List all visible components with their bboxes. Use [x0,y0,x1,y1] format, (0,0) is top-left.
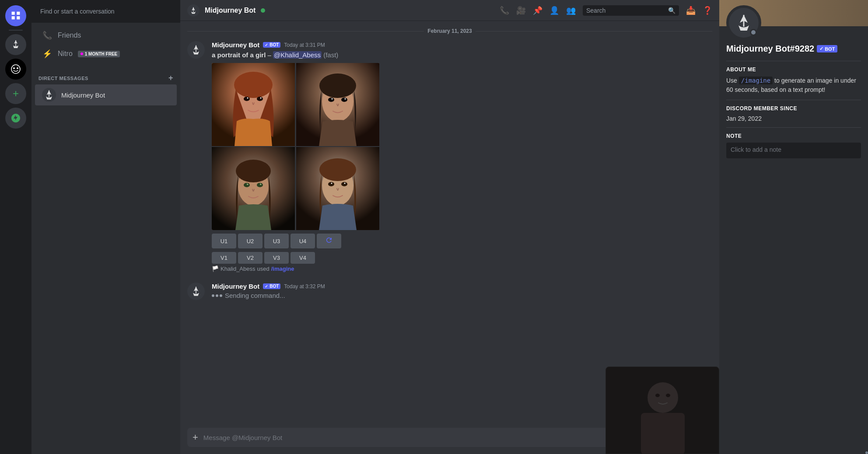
svg-point-19 [328,98,334,102]
search-placeholder: Search [586,7,665,14]
server-icon-ai[interactable] [5,59,26,80]
server-sidebar: + [0,0,32,454]
message-timestamp-1: Today at 3:31 PM [284,42,325,48]
sidebar-item-nitro[interactable]: ⚡ Nitro 1 MONTH FREE [35,45,177,63]
svg-point-26 [244,183,250,187]
command-user-name: Khalid_Abess [220,265,256,272]
svg-point-4 [13,67,15,69]
pin-icon[interactable]: 📌 [533,6,542,15]
members-icon[interactable]: 👥 [566,6,576,15]
dm-sidebar: 📞 Friends ⚡ Nitro 1 MONTH FREE DIRECT ME… [32,0,180,454]
bot-badge-1: ✓ BOT [263,42,280,48]
bot-avatar-1 [187,41,205,59]
nitro-label: Nitro [58,50,73,58]
svg-point-20 [341,98,347,102]
sending-message: Sending command... [212,292,712,299]
note-placeholder: Click to add a note [731,146,781,153]
v2-button[interactable]: V2 [238,252,262,264]
action-buttons-v: V1 V2 V3 V4 [212,252,712,264]
message-content-1: Midjourney Bot ✓ BOT Today at 3:31 PM a … [212,41,712,264]
portrait-image-4 [296,147,379,230]
date-text: February 11, 2023 [427,28,472,34]
bot-avatar-2 [187,283,205,300]
profile-status-dot [750,29,757,36]
channel-header: Midjourney Bot 📞 🎥 📌 👤 👥 Search 🔍 📥 ❓ [180,0,719,21]
date-line-right [476,31,712,31]
command-user-icon: 🏳️ [212,265,219,272]
channel-status-dot [261,8,265,13]
u3-button[interactable]: U3 [264,234,289,248]
svg-rect-46 [606,367,719,454]
about-me-text: Use /imagine to generate an image in und… [726,76,861,94]
dot-3 [220,294,222,297]
svg-point-37 [331,183,332,184]
profile-member-section: DISCORD MEMBER SINCE Jan 29, 2022 [719,100,868,127]
profile-username-text: Midjourney Bot#9282 [726,44,814,54]
video-call-corner [606,367,719,454]
u1-button[interactable]: U1 [212,234,236,248]
midjourney-bot-avatar [42,88,56,102]
refresh-button[interactable] [317,234,341,248]
nitro-icon: ⚡ [42,49,52,59]
member-since-date: Jan 29, 2022 [726,115,861,122]
profile-bot-badge: ✓ BOT [817,45,837,52]
server-icon-ship[interactable] [5,34,26,55]
server-icon-home[interactable] [5,5,26,26]
server-icon-explore[interactable] [5,108,26,129]
message-input[interactable] [203,434,648,441]
svg-point-36 [341,182,347,186]
command-highlight: /imagine [739,77,773,84]
video-icon[interactable]: 🎥 [516,6,526,15]
about-me-title: ABOUT ME [726,66,861,73]
date-divider: February 11, 2023 [180,21,719,34]
note-input[interactable]: Click to add a note [726,143,861,158]
dot-2 [216,294,218,297]
dm-user-midjourney[interactable]: Midjourney Bot [35,84,177,105]
svg-point-22 [345,98,346,100]
svg-point-21 [332,98,333,100]
profile-big-avatar [726,5,761,40]
inbox-icon[interactable]: 📥 [686,6,696,15]
dm-add-button[interactable]: + [168,73,173,83]
sidebar-item-friends[interactable]: 📞 Friends [35,26,177,45]
image-grid[interactable] [212,63,380,230]
message-timestamp-2: Today at 3:32 PM [284,283,325,290]
search-input[interactable] [36,5,176,17]
call-icon[interactable]: 📞 [500,6,509,15]
svg-point-12 [244,97,250,101]
profile-note-section: NOTE Click to add a note [719,128,868,164]
friends-label: Friends [58,31,81,39]
message-text-1: a portrait of a girl – @Khalid_Abess (fa… [212,50,712,59]
u4-button[interactable]: U4 [290,234,315,248]
checkmark-icon-2: ✓ [265,284,268,289]
v3-button[interactable]: V3 [264,252,289,264]
server-add-button[interactable]: + [5,83,26,104]
portrait-image-1 [212,63,295,146]
svg-point-15 [260,98,262,99]
search-icon: 🔍 [668,7,676,14]
command-used-text: used [257,265,270,272]
bot-badge-2: ✓ BOT [263,283,280,289]
member-since-title: DISCORD MEMBER SINCE [726,105,861,112]
dm-nav-items: 📞 Friends ⚡ Nitro 1 MONTH FREE [32,23,180,66]
profile-badge-check: ✓ [819,46,823,52]
profile-username: Midjourney Bot#9282 ✓ BOT [726,44,861,54]
channel-name: Midjourney Bot [205,7,256,14]
note-title: NOTE [726,133,861,139]
portrait-image-3 [212,147,295,230]
header-search-bar[interactable]: Search 🔍 [583,5,679,16]
phone-icon: 📞 [42,31,52,40]
v4-button[interactable]: V4 [290,252,315,264]
svg-point-18 [319,73,356,98]
u2-button[interactable]: U2 [238,234,262,248]
bot-status-indicator [864,451,868,454]
v1-button[interactable]: V1 [212,252,236,264]
search-bar-container [32,0,180,23]
attach-icon[interactable]: + [192,432,198,443]
add-friend-icon[interactable]: 👤 [550,6,559,15]
svg-point-5 [17,67,18,69]
help-icon[interactable]: ❓ [703,6,712,15]
message-username-1: Midjourney Bot [212,41,259,49]
svg-point-38 [344,183,346,184]
profile-about-section: ABOUT ME Use /imagine to generate an ima… [719,61,868,100]
